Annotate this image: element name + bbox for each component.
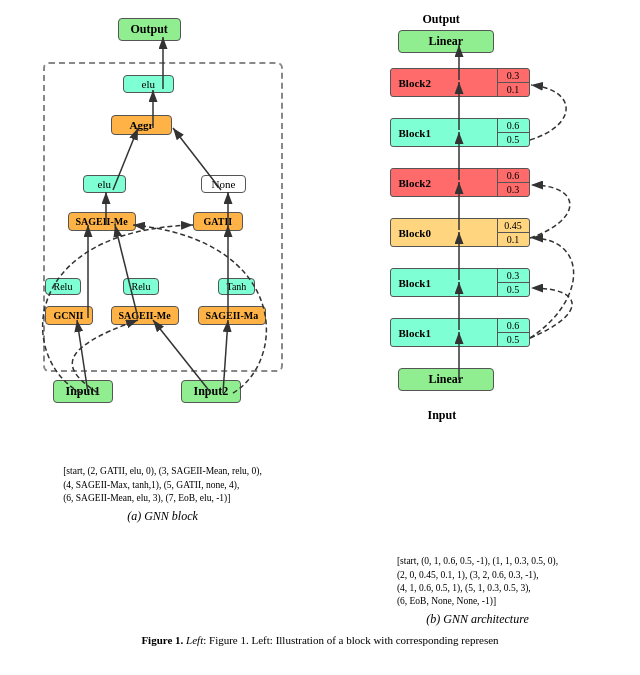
output-label-right: Output [423,12,460,27]
input1-node: Input1 [53,380,114,403]
figure-caption: Figure 1. Left: Figure 1. Left: Illustra… [121,633,518,648]
block2-mid-node: Block2 0.6 0.3 [390,168,530,197]
left-diagram: Output elu Aggr elu None [10,10,315,524]
code-text-right: [start, (0, 1, 0.6, 0.5, -1), (1, 1, 0.3… [397,542,558,608]
elu-mid-node: elu [83,175,126,193]
block1-2-node: Block1 0.6 0.5 [390,118,530,147]
block0-node: Block0 0.45 0.1 [390,218,530,247]
diagrams-row: Output elu Aggr elu None [0,10,640,627]
block1-bot-node: Block1 0.6 0.5 [390,318,530,347]
gcnii-node: GCNII [45,306,93,325]
sageii-me-mid-node: SAGEII-Me [68,212,136,231]
gatii-node: GATII [193,212,244,231]
elu-top-node: elu [123,75,174,93]
caption-right: (b) GNN architecture [426,612,528,627]
linear-bot-node: Linear [398,368,495,391]
sageii-me-bot-node: SAGEII-Me [111,306,179,325]
block2-top-node: Block2 0.3 0.1 [390,68,530,97]
output-node-left: Output [118,18,181,41]
block1-bot2-node: Block1 0.3 0.5 [390,268,530,297]
none-node: None [201,175,247,193]
caption-left: (a) GNN block [127,509,198,524]
input2-node: Input2 [181,380,242,403]
sageii-ma-node: SAGEII-Ma [198,306,267,325]
relu1-label: Relu [45,278,82,295]
right-diagram: Output Linear Block2 0.3 0.1 [325,10,630,627]
code-text-left: [start, (2, GATII, elu, 0), (3, SAGEII-M… [55,452,270,505]
main-container: Output elu Aggr elu None [0,0,640,675]
input-label-right: Input [428,408,457,423]
linear-top-node: Linear [398,30,495,53]
relu2-label: Relu [123,278,160,295]
tanh-label: Tanh [218,278,256,295]
aggr-node: Aggr [111,115,173,135]
